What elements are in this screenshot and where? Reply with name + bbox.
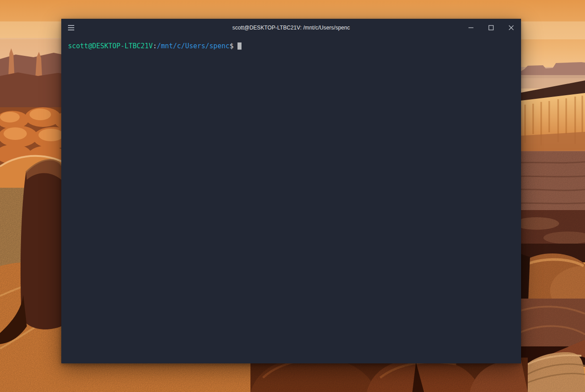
menu-button[interactable] — [63, 19, 79, 37]
maximize-icon — [488, 25, 494, 30]
right-cliff-face — [510, 80, 585, 392]
window-controls — [461, 19, 521, 37]
terminal-content-area[interactable]: scott@DESKTOP-LTBC21V:/mnt/c/Users/spenc… — [61, 37, 521, 363]
minimize-button[interactable] — [461, 19, 481, 37]
prompt-separator: : — [153, 42, 157, 50]
titlebar[interactable]: scott@DESKTOP-LTBC21V: /mnt/c/Users/spen… — [61, 19, 521, 37]
prompt-cwd: /mnt/c/Users/spenc — [157, 42, 230, 50]
close-button[interactable] — [501, 19, 521, 37]
minimize-icon — [468, 25, 474, 30]
prompt-symbol: $ — [229, 42, 233, 50]
prompt-user-host: scott@DESKTOP-LTBC21V — [68, 42, 153, 50]
terminal-cursor — [237, 42, 242, 50]
shell-prompt-line: scott@DESKTOP-LTBC21V:/mnt/c/Users/spenc… — [68, 42, 514, 50]
window-title: scott@DESKTOP-LTBC21V: /mnt/c/Users/spen… — [61, 19, 521, 37]
maximize-button[interactable] — [481, 19, 501, 37]
hamburger-menu-icon — [68, 25, 74, 26]
close-icon — [509, 25, 514, 30]
terminal-window: scott@DESKTOP-LTBC21V: /mnt/c/Users/spen… — [61, 19, 521, 363]
